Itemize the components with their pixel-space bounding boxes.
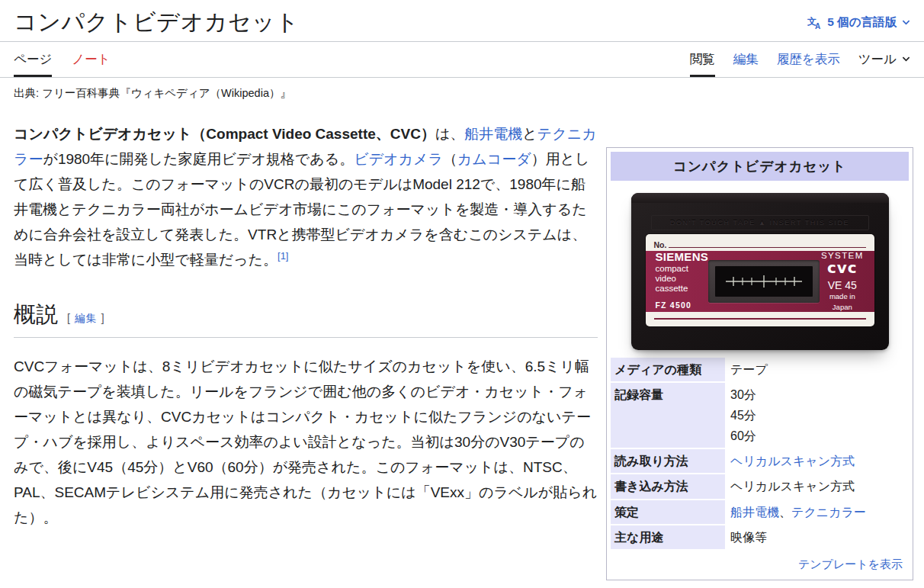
table-row: メディアの種類 テープ: [611, 358, 909, 381]
article-content: コンパクトビデオカセット（Compact Video Cassette、CVC）…: [0, 121, 924, 530]
infobox-title: コンパクトビデオカセット: [611, 152, 909, 181]
table-row: 書き込み方法 ヘリカルスキャン方式: [611, 474, 909, 498]
cassette-embossed-text: DON'T TOUCH TAPE ▲ INSERT THIS SIDE: [651, 215, 869, 230]
lead-bold-term: コンパクトビデオカセット（Compact Video Cassette、CVC）: [14, 126, 435, 142]
tab-read[interactable]: 閲覧: [690, 42, 715, 77]
row-label: 書き込み方法: [611, 474, 725, 498]
cassette-label: No. SIEMENS compact video cassette FZ 45…: [646, 234, 874, 326]
cassette-sub-line: compact: [656, 264, 709, 274]
cassette-sub-line: video: [656, 274, 709, 284]
row-value: 30分 45分 60分: [727, 383, 909, 448]
cassette-model: FZ 4500: [656, 299, 709, 312]
cassette-no-line: [669, 247, 865, 248]
page-header: コンパクトビデオカセット 文 A 5 個の言語版: [0, 0, 924, 42]
svg-text:A: A: [815, 22, 820, 31]
chevron-down-icon: [902, 18, 910, 27]
lead-text: と: [522, 126, 537, 142]
row-value: テープ: [727, 358, 909, 381]
reference-link-1[interactable]: [1]: [278, 249, 288, 261]
link-funai-denki[interactable]: 船井電機: [464, 126, 522, 142]
row-label: 策定: [611, 500, 725, 524]
table-row: 主な用途 映像等: [611, 525, 909, 549]
table-row: 読み取り方法 ヘリカルスキャン方式: [611, 449, 909, 473]
capacity-value: 45分: [730, 405, 905, 426]
tab-page[interactable]: ページ: [14, 42, 52, 77]
link-technicolor[interactable]: テクニカラー: [791, 506, 866, 519]
tab-history[interactable]: 履歴を表示: [777, 42, 840, 77]
cassette-sub-line: cassette: [656, 284, 709, 294]
capacity-value: 60分: [730, 426, 905, 446]
row-value: 船井電機、テクニカラー: [727, 500, 909, 524]
page-title: コンパクトビデオカセット: [14, 8, 299, 37]
row-value: 映像等: [727, 525, 909, 549]
lead-text: ）用として広く普及した。このフォーマットのVCRの最初のモデルはModel 21…: [14, 151, 590, 268]
link-video-camera[interactable]: ビデオカメラ: [354, 151, 443, 167]
section-heading-overview: 概説 [ 編集 ]: [14, 300, 598, 338]
edit-bracket: [: [67, 312, 71, 324]
language-switcher-button[interactable]: 文 A 5 個の言語版: [807, 14, 910, 31]
cassette-brand: SIEMENS: [656, 251, 709, 264]
cassette-variant: VE 45: [820, 279, 865, 292]
table-row: 策定 船井電機、テクニカラー: [611, 500, 909, 524]
language-icon: 文 A: [807, 15, 822, 31]
lead-paragraph: コンパクトビデオカセット（Compact Video Cassette、CVC）…: [14, 121, 598, 272]
row-value: ヘリカルスキャン方式: [727, 449, 909, 473]
edit-section-link[interactable]: 編集: [75, 312, 98, 324]
infobox-table: メディアの種類 テープ 記録容量 30分 45分 60分 読み取り方法 ヘリカル…: [609, 356, 910, 551]
cassette-photo: DON'T TOUCH TAPE ▲ INSERT THIS SIDE No. …: [631, 193, 889, 350]
lead-text: （: [443, 151, 457, 167]
tab-edit[interactable]: 編集: [733, 42, 759, 77]
separator: 、: [779, 506, 791, 519]
overview-paragraph: CVCフォーマットは、8ミリビデオカセットに似たサイズのカセットを使い、6.5ミ…: [14, 354, 598, 530]
capacity-value: 30分: [730, 384, 905, 405]
edit-bracket: ]: [101, 312, 105, 324]
lead-text: が1980年に開発した家庭用ビデオ規格である。: [43, 151, 354, 167]
cassette-origin: made in Japan: [820, 291, 865, 312]
language-count-label: 5 個の言語版: [827, 14, 897, 31]
article-tab-bar: ページ ノート 閲覧 編集 履歴を表示 ツール: [0, 42, 924, 78]
tape-counter-scale: [715, 266, 813, 297]
table-row: 記録容量 30分 45分 60分: [611, 383, 909, 448]
link-helical-scan[interactable]: ヘリカルスキャン方式: [730, 455, 855, 468]
cassette-bottom-line: [654, 318, 866, 320]
cassette-tape-window: [708, 260, 820, 303]
row-label: 読み取り方法: [611, 449, 725, 473]
cvc-logo: CVC: [820, 261, 865, 275]
section-heading-text: 概説: [14, 300, 58, 330]
cassette-no-label: No.: [654, 241, 667, 249]
tab-tools[interactable]: ツール: [858, 42, 910, 77]
lead-text: は、: [435, 126, 464, 142]
tab-talk[interactable]: ノート: [72, 42, 110, 77]
infobox-image[interactable]: DON'T TOUCH TAPE ▲ INSERT THIS SIDE No. …: [609, 182, 910, 355]
tab-tools-label: ツール: [858, 51, 897, 68]
row-label: メディアの種類: [611, 358, 725, 381]
row-label: 記録容量: [611, 383, 725, 448]
edit-section: [ 編集 ]: [67, 312, 105, 326]
chevron-down-icon: [902, 55, 910, 63]
show-template-link[interactable]: テンプレートを表示: [798, 557, 903, 570]
infobox: コンパクトビデオカセット DON'T TOUCH TAPE ▲ INSERT T…: [606, 147, 913, 581]
row-value: ヘリカルスキャン方式: [727, 474, 909, 498]
link-funai-denki[interactable]: 船井電機: [730, 506, 779, 519]
link-camcorder[interactable]: カムコーダ: [457, 151, 531, 167]
site-subtitle: 出典: フリー百科事典『ウィキペディア（Wikipedia）』: [0, 78, 924, 101]
row-label: 主な用途: [611, 525, 725, 549]
